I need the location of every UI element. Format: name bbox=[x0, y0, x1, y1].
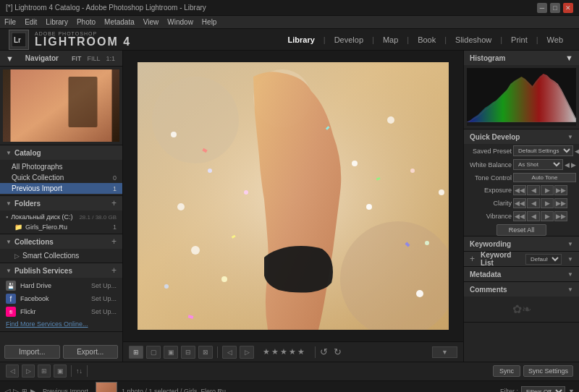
module-slideshow[interactable]: Slideshow bbox=[448, 33, 499, 47]
wb-next-btn[interactable]: ▶ bbox=[571, 161, 576, 169]
exp-inc-btn[interactable]: ▶ bbox=[541, 185, 554, 195]
publish-hd-setup[interactable]: Set Up... bbox=[91, 282, 117, 289]
folders-header[interactable]: ▼ Folders + bbox=[0, 196, 122, 210]
smart-collections[interactable]: ▷ Smart Collections bbox=[0, 250, 122, 261]
compare-view-btn[interactable]: ▣ bbox=[54, 365, 67, 378]
star-2[interactable]: ★ bbox=[271, 347, 279, 357]
clar-inc-inc-btn[interactable]: ▶▶ bbox=[554, 198, 567, 208]
folder-girls-flero[interactable]: 📁 Girls_Flero.Ru 1 bbox=[0, 222, 122, 232]
filmstrip-fwd-arrow[interactable]: ▶ bbox=[30, 388, 35, 392]
menu-file[interactable]: File bbox=[4, 18, 16, 26]
catalog-quick-collection[interactable]: Quick Collection 0 bbox=[0, 172, 122, 183]
module-print[interactable]: Print bbox=[504, 33, 535, 47]
clar-inc-btn[interactable]: ▶ bbox=[541, 198, 554, 208]
close-button[interactable]: ✕ bbox=[563, 3, 573, 13]
comments-header[interactable]: Comments ▼ bbox=[464, 282, 579, 297]
white-balance-select[interactable]: As Shot bbox=[513, 159, 563, 170]
sync-settings-button[interactable]: Sync Settings bbox=[523, 365, 573, 377]
find-more-services[interactable]: Find More Services Online... bbox=[0, 318, 122, 330]
menu-library[interactable]: Library bbox=[46, 18, 68, 26]
publish-fb-setup[interactable]: Set Up... bbox=[91, 295, 117, 302]
exp-dec-btn[interactable]: ◀ bbox=[527, 185, 540, 195]
menu-window[interactable]: Window bbox=[167, 18, 193, 26]
export-button[interactable]: Export... bbox=[63, 345, 119, 359]
filter-dropdown-btn[interactable]: ▼ bbox=[568, 388, 575, 392]
rotate-left-icon[interactable]: ↺ bbox=[320, 346, 328, 357]
import-button[interactable]: Import... bbox=[4, 345, 60, 359]
filmstrip-grid-icon[interactable]: ⊞ bbox=[22, 388, 28, 392]
exp-dec-dec-btn[interactable]: ◀◀ bbox=[513, 185, 526, 195]
module-book[interactable]: Book bbox=[410, 33, 443, 47]
nav-fwd-btn[interactable]: ▷ bbox=[22, 365, 35, 378]
nav-fill[interactable]: FILL bbox=[85, 55, 101, 62]
filmstrip-source[interactable]: Previous Import bbox=[43, 388, 88, 392]
maximize-button[interactable]: □ bbox=[550, 3, 560, 13]
nav-fit[interactable]: FIT bbox=[70, 55, 83, 62]
prev-photo-btn[interactable]: ◁ bbox=[222, 346, 237, 359]
folders-add-icon[interactable]: + bbox=[111, 198, 117, 208]
publish-flickr-setup[interactable]: Set Up... bbox=[91, 308, 117, 315]
vib-dec-dec-btn[interactable]: ◀◀ bbox=[513, 211, 526, 221]
star-rating[interactable]: ★ ★ ★ ★ ★ bbox=[263, 347, 305, 357]
histogram-header[interactable]: Histogram ▼ bbox=[464, 51, 579, 65]
view-grid-btn[interactable]: ⊞ bbox=[129, 346, 143, 359]
module-library[interactable]: Library bbox=[281, 33, 322, 47]
module-web[interactable]: Web bbox=[540, 33, 570, 47]
menu-help[interactable]: Help bbox=[202, 18, 217, 26]
navigator-thumbnail[interactable] bbox=[3, 69, 119, 142]
publish-hard-drive[interactable]: 💾 Hard Drive Set Up... bbox=[0, 279, 122, 292]
module-develop[interactable]: Develop bbox=[327, 33, 371, 47]
auto-tone-btn[interactable]: Auto Tone bbox=[513, 173, 576, 182]
star-4[interactable]: ★ bbox=[289, 347, 296, 357]
image-area[interactable] bbox=[123, 51, 463, 341]
view-dropdown[interactable]: ▼ bbox=[432, 346, 457, 358]
vib-inc-btn[interactable]: ▶ bbox=[541, 211, 554, 221]
grid-view-btn[interactable]: ⊞ bbox=[38, 365, 51, 378]
next-photo-btn[interactable]: ▷ bbox=[240, 346, 254, 359]
publish-header[interactable]: ▼ Publish Services + bbox=[0, 263, 122, 278]
keyword-list-add-icon[interactable]: + bbox=[470, 254, 475, 264]
menu-edit[interactable]: Edit bbox=[25, 18, 37, 26]
catalog-header[interactable]: ▼ Catalog bbox=[0, 145, 122, 160]
collections-add-icon[interactable]: + bbox=[111, 237, 117, 247]
catalog-all-photos[interactable]: All Photographs bbox=[0, 161, 122, 172]
quick-develop-header[interactable]: Quick Develop ▼ bbox=[464, 129, 579, 144]
filmstrip-prev-btn[interactable]: ◁ bbox=[4, 387, 10, 392]
collections-header[interactable]: ▼ Collections + bbox=[0, 234, 122, 249]
menu-metadata[interactable]: Metadata bbox=[104, 18, 135, 26]
publish-flickr[interactable]: fl Flickr Set Up... bbox=[0, 305, 122, 318]
menu-photo[interactable]: Photo bbox=[77, 18, 96, 26]
rotate-right-icon[interactable]: ↻ bbox=[334, 346, 342, 357]
view-people-btn[interactable]: ⊠ bbox=[198, 346, 213, 359]
keyword-list-header[interactable]: + Keyword List Default ▼ bbox=[464, 252, 579, 266]
vib-inc-inc-btn[interactable]: ▶▶ bbox=[554, 211, 567, 221]
preset-prev-btn[interactable]: ◀ bbox=[575, 148, 579, 155]
keywording-header[interactable]: Keywording ▼ bbox=[464, 237, 579, 251]
nav-ratio[interactable]: 1:1 bbox=[104, 55, 117, 62]
metadata-header[interactable]: Metadata ▼ bbox=[464, 267, 579, 281]
clar-dec-btn[interactable]: ◀ bbox=[527, 198, 540, 208]
star-5[interactable]: ★ bbox=[297, 347, 305, 357]
filter-select[interactable]: Filters Off bbox=[521, 386, 565, 392]
view-compare-btn[interactable]: ▣ bbox=[164, 346, 178, 359]
star-3[interactable]: ★ bbox=[280, 347, 287, 357]
filmstrip-thumbnail[interactable] bbox=[96, 382, 117, 392]
wb-prev-btn[interactable]: ◀ bbox=[565, 161, 570, 169]
navigator-header[interactable]: ▼ Navigator FIT FILL 1:1 bbox=[0, 51, 122, 67]
folder-local-disk[interactable]: ▪ Локальный диск (C:) 28.1 / 38.0 GB bbox=[0, 212, 122, 222]
publish-add-icon[interactable]: + bbox=[111, 265, 117, 276]
exp-inc-inc-btn[interactable]: ▶▶ bbox=[554, 185, 567, 195]
menu-view[interactable]: View bbox=[143, 18, 159, 26]
view-survey-btn[interactable]: ⊟ bbox=[181, 346, 195, 359]
module-map[interactable]: Map bbox=[376, 33, 405, 47]
sync-button[interactable]: Sync bbox=[493, 365, 520, 377]
filmstrip-next-btn[interactable]: ▷ bbox=[13, 387, 19, 392]
minimize-button[interactable]: ─ bbox=[537, 3, 547, 13]
keyword-list-select[interactable]: Default bbox=[525, 254, 562, 265]
saved-preset-select[interactable]: Default Settings bbox=[513, 145, 573, 156]
clar-dec-dec-btn[interactable]: ◀◀ bbox=[513, 198, 526, 208]
reset-all-btn[interactable]: Reset All bbox=[496, 224, 547, 236]
view-loupe-btn[interactable]: ▢ bbox=[146, 346, 161, 359]
nav-back-btn[interactable]: ◁ bbox=[6, 365, 19, 378]
star-1[interactable]: ★ bbox=[263, 347, 270, 357]
